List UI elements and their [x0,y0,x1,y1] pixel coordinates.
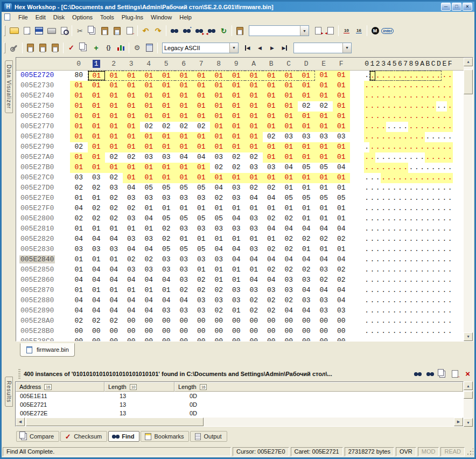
ascii-cell[interactable]: . [369,204,375,214]
ascii-cell[interactable]: . [419,306,425,316]
hex-byte-cell[interactable]: 03 [210,224,228,234]
hex-byte-cell[interactable]: 01 [228,204,246,214]
hex-byte-cell[interactable]: 01 [123,142,141,152]
hex-byte-cell[interactable]: 01 [245,265,263,275]
ascii-cell[interactable]: . [442,275,447,286]
ascii-cell[interactable]: . [386,142,391,152]
hex-byte-cell[interactable]: 01 [70,152,88,163]
hex-byte-cell[interactable]: 04 [88,265,106,275]
ascii-cell[interactable]: . [369,132,375,142]
hex-byte-cell[interactable]: 01 [158,81,176,91]
ascii-cell[interactable]: . [408,132,414,142]
hex-byte-cell[interactable]: 03 [263,286,281,296]
hex-byte-cell[interactable]: 00 [245,316,263,326]
ascii-cell[interactable]: . [425,255,430,265]
hex-byte-cell[interactable]: 00 [263,326,281,337]
hex-byte-cell[interactable]: 02 [228,163,246,173]
hex-byte-cell[interactable]: 00 [88,337,106,341]
ascii-cell[interactable]: . [386,224,391,234]
calculator-icon[interactable] [143,42,156,54]
hex-byte-cell[interactable]: 01 [105,122,123,132]
ascii-cell[interactable]: . [391,224,397,234]
ascii-cell[interactable]: . [369,337,375,341]
hex-byte-cell[interactable]: 01 [158,142,176,152]
hex-byte-cell[interactable]: 01 [210,204,228,214]
ascii-cell[interactable]: . [386,245,391,255]
ascii-cell[interactable]: . [414,132,419,142]
ascii-cell[interactable]: . [447,326,452,337]
ascii-cell[interactable]: . [414,337,419,341]
ascii-cell[interactable]: . [364,142,369,152]
hex-byte-cell[interactable]: 01 [158,91,176,101]
hex-byte-cell[interactable]: 01 [140,132,158,142]
hex-byte-cell[interactable]: 01 [175,101,193,112]
ascii-cell[interactable]: . [447,265,452,275]
hex-byte-cell[interactable]: 01 [210,91,228,101]
ascii-cell[interactable]: . [431,286,436,296]
hex-byte-cell[interactable]: 04 [123,183,141,193]
ascii-cell[interactable]: . [436,173,442,183]
results-column-header[interactable]: Length16 [174,382,463,392]
hex-byte-cell[interactable]: 03 [123,214,141,224]
redo-icon[interactable] [152,25,164,37]
tab-find[interactable]: Find [108,431,139,442]
ascii-cell[interactable]: . [447,224,452,234]
ascii-cell[interactable]: . [364,245,369,255]
ascii-cell[interactable]: . [408,91,414,101]
gear-icon[interactable] [131,42,143,54]
hex-byte-cell[interactable]: 01 [298,71,316,81]
ascii-cell[interactable]: . [408,224,414,234]
ascii-cell[interactable]: . [397,316,403,326]
hex-byte-cell[interactable]: 01 [123,122,141,132]
hex-byte-cell[interactable]: 01 [105,81,123,91]
hex-byte-cell[interactable]: 02 [263,214,281,224]
ascii-cell[interactable]: . [425,275,430,286]
ascii-cell[interactable]: . [403,132,408,142]
menu-item-file[interactable]: File [15,13,32,22]
hex-byte-cell[interactable]: 04 [88,296,106,306]
ascii-cell[interactable]: . [369,122,375,132]
hex-byte-cell[interactable]: 02 [315,234,333,245]
hex-byte-cell[interactable]: 01 [263,122,281,132]
hex-byte-cell[interactable]: 04 [298,255,316,265]
ascii-cell[interactable]: . [391,326,397,337]
hex-byte-cell[interactable]: 01 [140,142,158,152]
ascii-cell[interactable]: . [369,326,375,337]
ascii-cell[interactable]: . [447,204,452,214]
hex-byte-cell[interactable]: 01 [228,71,246,81]
hex-byte-cell[interactable]: 02 [263,183,281,193]
hex-byte-cell[interactable]: 02 [263,132,281,142]
ascii-cell[interactable]: . [369,214,375,224]
ascii-cell[interactable]: . [397,193,403,204]
ascii-cell[interactable]: . [381,152,386,163]
ascii-cell[interactable]: . [391,152,397,163]
ascii-cell[interactable]: . [419,234,425,245]
ascii-cell[interactable]: . [442,81,447,91]
ascii-cell[interactable]: . [375,152,381,163]
ascii-cell[interactable]: . [375,337,381,341]
hex-byte-cell[interactable]: 03 [298,275,316,286]
ascii-cell[interactable]: . [447,142,452,152]
hex-byte-cell[interactable]: 01 [123,101,141,112]
hex-byte-cell[interactable]: 04 [228,214,246,224]
hex-byte-cell[interactable]: 01 [228,112,246,122]
ascii-cell[interactable]: . [403,204,408,214]
ascii-cell[interactable]: . [364,234,369,245]
ascii-cell[interactable]: . [397,224,403,234]
hex-byte-cell[interactable]: 01 [263,91,281,101]
hex-byte-cell[interactable]: 03 [70,173,88,183]
hex-byte-cell[interactable]: 01 [210,101,228,112]
hex-byte-cell[interactable]: 01 [210,234,228,245]
hex-byte-cell[interactable]: 01 [88,286,106,296]
hex-byte-cell[interactable]: 02 [263,265,281,275]
ascii-cell[interactable]: . [425,337,430,341]
hex-scrollbar-thumb[interactable] [464,69,473,94]
hex-byte-cell[interactable]: 05 [280,193,298,204]
tab-checksum[interactable]: Checksum [60,431,107,442]
hex-byte-cell[interactable]: 00 [298,326,316,337]
hex-vertical-scrollbar[interactable]: ▲ ▼ [464,58,473,341]
ascii-cell[interactable]: . [408,101,414,112]
save-icon[interactable] [33,25,45,37]
ascii-cell[interactable]: . [386,81,391,91]
hex-byte-cell[interactable]: 03 [193,306,211,316]
